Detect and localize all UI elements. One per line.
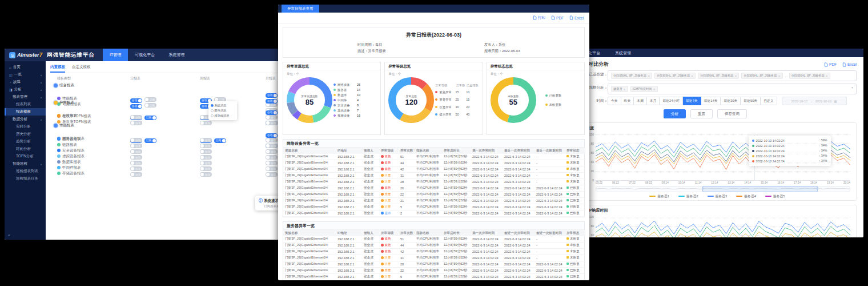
sidebar-item-一览[interactable]: ◫一览∨ xyxy=(5,71,46,78)
sidebar-item-报表列表[interactable]: 报表列表 xyxy=(5,101,46,108)
sidebar-item-TOPN分析[interactable]: TOPN分析 xyxy=(5,153,46,160)
sidebar-item-数据分析[interactable]: 数据分析∧ xyxy=(5,116,46,123)
table-row[interactable]: 门架3F_J9[GigabitEthernet0/4192.168.2.1张金虎… xyxy=(283,173,585,179)
table-row[interactable]: 门架3F_J9[GigabitEthernet0/4192.168.2.1张金虎… xyxy=(283,192,585,198)
table-row[interactable]: 门架3F_J9[GigabitEthernet0/4192.168.2.1张金虎… xyxy=(283,236,585,243)
sidebar-item-首页[interactable]: ⌂首页 xyxy=(5,63,46,71)
resource-chip[interactable]: 住院部6HL_8F_J9服务器✕ xyxy=(741,73,782,79)
保存查询-button[interactable]: 保存查询 xyxy=(717,109,747,118)
sidebar-item-智能巡检[interactable]: 智能巡检∧ xyxy=(5,160,46,168)
table-row[interactable]: 门架3F_J9[GigabitEthernet0/4192.168.2.1张金虎… xyxy=(283,154,585,160)
export-PDF-button[interactable]: PDF xyxy=(824,62,837,67)
popup-option-系统消息[interactable]: 系统消息 xyxy=(211,103,235,108)
resource-chip[interactable]: 住院部6HL_8F_J9服务器✕ xyxy=(611,73,652,79)
tab-自定义模板[interactable]: 自定义模板 xyxy=(72,65,91,73)
toggle-自动[interactable]: 自动 xyxy=(130,172,142,177)
time-option-昨天[interactable]: 昨天 xyxy=(621,97,634,105)
collapse-sidebar-icon[interactable]: « xyxy=(8,233,10,237)
remove-chip-icon[interactable]: ✕ xyxy=(648,74,650,78)
sidebar-item-巡检报表任务[interactable]: 巡检报表任务 xyxy=(5,175,46,182)
resource-chip[interactable]: 健康度✕ xyxy=(611,86,628,92)
legend-item-服务器5[interactable]: 服务器5 xyxy=(765,194,785,199)
datazoom-window[interactable] xyxy=(702,186,818,192)
time-option-最近90天[interactable]: 最近90天 xyxy=(741,97,761,105)
remove-chip-icon[interactable]: ✕ xyxy=(826,74,828,78)
sidebar-item-对比分析[interactable]: 对比分析 xyxy=(5,145,46,153)
datazoom-slider[interactable] xyxy=(596,186,850,192)
sidebar-item-报表模板[interactable]: 报表模板 xyxy=(5,108,46,116)
legend-item-服务器3[interactable]: 服务器3 xyxy=(708,194,728,199)
sidebar-item-实时分析[interactable]: 实时分析 xyxy=(5,123,46,130)
sidebar-item-趋势分析[interactable]: 趋势分析 xyxy=(5,138,46,145)
nav-tab-可视化平台[interactable]: 可视化平台 xyxy=(128,49,162,61)
tab-内置模板[interactable]: 内置模板 xyxy=(50,65,65,73)
toolbar-打印-button[interactable]: 打印 xyxy=(533,15,545,21)
radio-icon[interactable] xyxy=(211,104,214,107)
time-option-本周[interactable]: 本周 xyxy=(634,97,647,105)
table-row[interactable]: 门架3F_J9[GigabitEthernet0/4192.168.2.1张金虎… xyxy=(283,185,585,192)
toggle-自动[interactable]: 自动 xyxy=(266,99,278,104)
selected-resources-box[interactable]: 住院部6HL_8F_J9服务器✕住院部6HL_8F_J9服务器✕住院部6HL_8… xyxy=(608,70,857,81)
time-option-最近24小时[interactable]: 最近24小时 xyxy=(660,97,683,105)
table-row[interactable]: 门架3F_J9[GigabitEthernet0/4192.168.2.1张金虎… xyxy=(283,166,585,173)
resource-chip[interactable]: 住院部6HL_8F_J9服务器✕ xyxy=(789,73,830,79)
table-row[interactable]: 门架3F_J9[GigabitEthernet0/4192.168.2.1张金虎… xyxy=(283,280,585,281)
resource-chip[interactable]: 住院部6HL_8F_J9服务器✕ xyxy=(654,73,696,79)
table-row[interactable]: 门架3F_J9[GigabitEthernet0/4192.168.2.1张金虎… xyxy=(283,261,585,268)
nav-tab-IT管理[interactable]: IT管理 xyxy=(103,49,128,61)
nav-tab-系统管理[interactable]: 系统管理 xyxy=(162,49,191,61)
time-option-最近7天[interactable]: 最近7天 xyxy=(683,97,701,105)
report-viewer-tab[interactable]: 异常日报表查看 xyxy=(282,5,319,13)
remove-chip-icon[interactable]: ✕ xyxy=(734,74,737,78)
remove-chip-icon[interactable]: ✕ xyxy=(653,88,655,91)
toggle-自动[interactable]: 自动 xyxy=(266,172,278,177)
remove-chip-icon[interactable]: ✕ xyxy=(778,74,780,78)
time-option-本月[interactable]: 本月 xyxy=(647,97,660,105)
toggle-自动[interactable]: 自动 xyxy=(130,104,142,109)
time-option-今天[interactable]: 今天 xyxy=(608,97,621,105)
time-option-最近14天[interactable]: 最近14天 xyxy=(701,97,721,105)
legend-item-服务器2[interactable]: 服务器2 xyxy=(678,194,698,199)
resource-chip[interactable]: 住院部6HL_8F_J9服务器✕ xyxy=(698,73,739,79)
重置-button[interactable]: 重置 xyxy=(690,109,713,118)
remove-chip-icon[interactable]: ✕ xyxy=(691,74,693,78)
sidebar-item-分析[interactable]: ◨分析∧ xyxy=(5,86,46,93)
popup-option-邮件消息[interactable]: 邮件消息 xyxy=(211,108,235,113)
toggle-自动[interactable]: 自动 xyxy=(130,121,142,125)
table-row[interactable]: 门架3F_J9[GigabitEthernet0/4192.168.2.1张金虎… xyxy=(283,179,585,185)
sidebar-item-历史分析[interactable]: 历史分析 xyxy=(5,130,46,138)
legend-item-服务器4[interactable]: 服务器4 xyxy=(736,194,756,199)
legend-item-服务器1[interactable]: 服务器1 xyxy=(649,194,669,199)
export-Excel-button[interactable]: Excel xyxy=(842,62,857,67)
time-option-最近30天[interactable]: 最近30天 xyxy=(721,97,741,105)
toggle-自动[interactable]: 自动 xyxy=(200,172,212,177)
table-row[interactable]: 门架3F_J9[GigabitEthernet0/4192.168.2.1张金虎… xyxy=(283,210,585,217)
toggle-订阅[interactable]: 订阅 xyxy=(144,103,156,108)
table-row[interactable]: 门架3F_J9[GigabitEthernet0/4192.168.2.1张金虎… xyxy=(283,268,585,274)
sidebar-item-故障[interactable]: ◔故障∨ xyxy=(5,78,46,86)
table-row[interactable]: 门架3F_J9[GigabitEthernet0/4192.168.2.1张金虎… xyxy=(283,198,585,204)
table-row[interactable]: 门架3F_J9[GigabitEthernet0/4192.168.2.1张金虎… xyxy=(283,160,585,166)
metric-select[interactable]: 健康度✕ICMP响应时间✕▼ xyxy=(608,84,857,94)
table-row[interactable]: 门架3F_J9[GigabitEthernet0/4192.168.2.1张金虎… xyxy=(283,204,585,210)
table-row[interactable]: 门架3F_J9[GigabitEthernet0/4192.168.2.1张金虎… xyxy=(283,243,585,249)
分析-button[interactable]: 分析 xyxy=(664,109,686,118)
radio-icon[interactable] xyxy=(211,114,214,117)
sidebar-item-巡检报表列表[interactable]: 巡检报表列表 xyxy=(5,168,46,175)
sidebar-item-报表管理[interactable]: 报表管理∧ xyxy=(5,93,46,101)
nav-tab-系统管理[interactable]: 系统管理 xyxy=(615,50,631,56)
time-option-自定义[interactable]: 自定义 xyxy=(761,97,777,105)
toolbar-Excel-button[interactable]: Excel xyxy=(569,15,584,20)
table-row[interactable]: 门架3F_J9[GigabitEthernet0/4192.168.2.1张金虎… xyxy=(283,274,585,280)
table-row[interactable]: 门架3F_J9[GigabitEthernet0/4192.168.2.1张金虎… xyxy=(283,255,585,261)
toggle-自动[interactable]: 自动 xyxy=(266,121,278,125)
table-row[interactable]: 门架3F_J9[GigabitEthernet0/4192.168.2.1张金虎… xyxy=(283,249,585,255)
toolbar-PDF-button[interactable]: PDF xyxy=(551,15,564,20)
popup-option-移动端消息[interactable]: 移动端消息 xyxy=(211,113,235,118)
radio-icon[interactable] xyxy=(211,109,214,112)
resource-chip[interactable]: ICMP响应时间✕ xyxy=(630,86,658,92)
toggle-自动[interactable]: 自动 xyxy=(200,121,212,125)
datazoom-handle-right[interactable] xyxy=(817,187,818,190)
datazoom-handle-left[interactable] xyxy=(702,187,704,190)
date-range-input[interactable]: 2022-10-10 → 2022-10-16 ▦ xyxy=(782,97,847,105)
